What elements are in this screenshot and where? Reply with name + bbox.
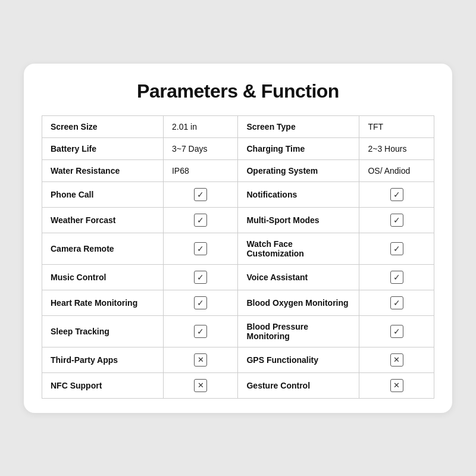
table-row: Camera Remote Watch Face Customization [42,233,434,264]
right-check-cell [359,290,434,315]
left-check-cell [163,347,238,372]
left-label: Music Control [42,264,164,290]
right-value: TFT [359,115,434,137]
check-yes-icon [390,296,403,309]
table-row: Third-Party Apps GPS Functionality [42,347,434,372]
check-no-icon [390,379,403,392]
table-row: Music Control Voice Assistant [42,264,434,290]
table-row: Heart Rate Monitoring Blood Oxygen Monit… [42,290,434,315]
table-row: Weather Forcast Multi-Sport Modes [42,207,434,233]
table-row: Screen Size 2.01 in Screen Type TFT [42,115,434,137]
right-label: Operating System [238,159,359,181]
left-value: 2.01 in [163,115,238,137]
right-label: Screen Type [238,115,359,137]
right-value: 2~3 Hours [359,137,434,159]
right-label: Gesture Control [238,372,359,398]
right-check-cell [359,315,434,347]
right-check-cell [359,347,434,372]
left-check-cell [163,181,238,207]
right-check-cell [359,264,434,290]
right-label: Charging Time [238,137,359,159]
left-label: NFC Support [42,372,164,398]
left-check-cell [163,372,238,398]
right-label: GPS Functionality [238,347,359,372]
table-row: NFC Support Gesture Control [42,372,434,398]
page-title: Parameters & Function [42,80,434,102]
right-label: Multi-Sport Modes [238,207,359,233]
left-value: IP68 [163,159,238,181]
table-row: Battery Life 3~7 Days Charging Time 2~3 … [42,137,434,159]
check-yes-icon [390,271,403,284]
right-label: Notifications [238,181,359,207]
left-label: Heart Rate Monitoring [42,290,164,315]
check-yes-icon [194,271,207,284]
check-no-icon [194,353,207,367]
check-yes-icon [390,242,403,255]
check-yes-icon [194,325,207,338]
left-check-cell [163,290,238,315]
right-label: Voice Assistant [238,264,359,290]
check-yes-icon [194,296,207,309]
params-table: Screen Size 2.01 in Screen Type TFT Batt… [42,115,434,399]
left-value: 3~7 Days [163,137,238,159]
table-row: Water Resistance IP68 Operating System O… [42,159,434,181]
right-label: Blood Pressure Monitoring [238,315,359,347]
left-label: Weather Forcast [42,207,164,233]
right-value: OS/ Andiod [359,159,434,181]
left-label: Battery Life [42,137,164,159]
left-label: Screen Size [42,115,164,137]
check-yes-icon [194,188,207,201]
right-check-cell [359,233,434,264]
right-label: Watch Face Customization [238,233,359,264]
check-yes-icon [194,214,207,227]
left-check-cell [163,315,238,347]
table-row: Phone Call Notifications [42,181,434,207]
check-no-icon [194,379,207,392]
right-label: Blood Oxygen Monitoring [238,290,359,315]
check-yes-icon [390,325,403,338]
right-check-cell [359,207,434,233]
left-check-cell [163,233,238,264]
left-label: Sleep Tracking [42,315,164,347]
right-check-cell [359,181,434,207]
check-yes-icon [390,214,403,227]
left-check-cell [163,264,238,290]
right-check-cell [359,372,434,398]
check-yes-icon [390,188,403,201]
check-no-icon [390,353,403,367]
left-label: Third-Party Apps [42,347,164,372]
table-row: Sleep Tracking Blood Pressure Monitoring [42,315,434,347]
left-label: Phone Call [42,181,164,207]
left-check-cell [163,207,238,233]
left-label: Water Resistance [42,159,164,181]
left-label: Camera Remote [42,233,164,264]
check-yes-icon [194,242,207,255]
main-card: Parameters & Function Screen Size 2.01 i… [24,64,452,413]
